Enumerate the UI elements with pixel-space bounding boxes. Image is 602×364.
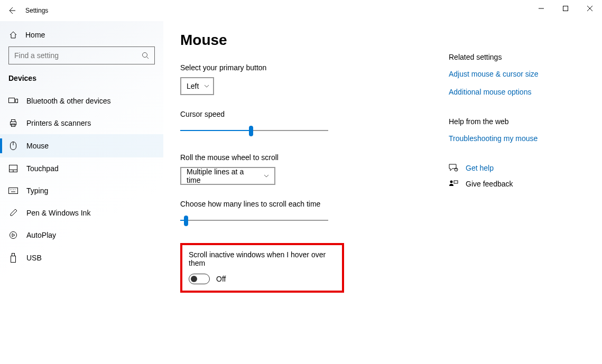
lines-scroll-slider[interactable] — [180, 213, 328, 228]
svg-rect-29 — [454, 181, 458, 183]
lines-scroll-setting: Choose how many lines to scroll each tim… — [180, 200, 449, 228]
search-input[interactable] — [14, 51, 131, 60]
keyboard-icon — [8, 188, 18, 194]
wheel-scroll-setting: Roll the mouse wheel to scroll Multiple … — [180, 153, 449, 185]
usb-icon — [8, 253, 18, 263]
svg-rect-17 — [9, 188, 18, 194]
primary-button-select[interactable]: Left — [180, 77, 214, 95]
chevron-down-icon — [204, 85, 209, 88]
titlebar: Settings — [0, 0, 602, 21]
toggle-state: Off — [216, 275, 226, 283]
get-help-link[interactable]: ? Get help — [449, 164, 581, 172]
feedback-icon — [449, 180, 458, 188]
setting-label: Select your primary button — [180, 63, 449, 72]
svg-text:?: ? — [456, 168, 457, 171]
minimize-button[interactable] — [529, 0, 553, 17]
setting-label: Cursor speed — [180, 110, 449, 118]
help-heading: Help from the web — [449, 117, 581, 126]
chevron-down-icon — [264, 174, 269, 178]
close-button[interactable] — [578, 0, 602, 17]
search-icon — [142, 52, 149, 59]
sidebar: Home Devices Bluetooth & other devices P… — [0, 21, 163, 364]
sidebar-item-mouse[interactable]: Mouse — [0, 134, 163, 157]
wheel-scroll-select[interactable]: Multiple lines at a time — [180, 167, 275, 185]
setting-label: Roll the mouse wheel to scroll — [180, 153, 449, 162]
window-controls — [529, 0, 602, 17]
cursor-speed-setting: Cursor speed — [180, 110, 449, 138]
svg-rect-25 — [11, 256, 16, 263]
sidebar-item-typing[interactable]: Typing — [0, 180, 163, 202]
svg-point-5 — [143, 53, 147, 58]
link-label: Give feedback — [466, 180, 513, 188]
svg-rect-2 — [563, 6, 568, 11]
maximize-icon — [563, 6, 568, 11]
svg-line-6 — [147, 57, 149, 59]
pen-icon — [8, 209, 18, 217]
sidebar-item-autoplay[interactable]: AutoPlay — [0, 224, 163, 246]
home-label: Home — [25, 31, 45, 39]
svg-rect-10 — [12, 120, 15, 122]
autoplay-icon — [8, 231, 18, 239]
chat-icon: ? — [449, 164, 458, 172]
back-button[interactable] — [0, 0, 23, 21]
sidebar-item-bluetooth[interactable]: Bluetooth & other devices — [0, 90, 163, 112]
arrow-left-icon — [7, 6, 16, 15]
svg-point-28 — [450, 181, 453, 183]
window-title: Settings — [25, 7, 48, 14]
sidebar-item-label: Bluetooth & other devices — [26, 97, 111, 105]
sidebar-item-touchpad[interactable]: Touchpad — [0, 157, 163, 180]
primary-button-setting: Select your primary button Left — [180, 63, 449, 95]
sidebar-item-label: Pen & Windows Ink — [26, 209, 90, 217]
link-additional-options[interactable]: Additional mouse options — [449, 88, 581, 96]
home-icon — [8, 31, 18, 39]
setting-label: Scroll inactive windows when I hover ove… — [189, 250, 336, 267]
minimize-icon — [539, 6, 544, 11]
link-troubleshoot[interactable]: Troubleshooting my mouse — [449, 134, 581, 143]
svg-rect-24 — [12, 254, 15, 256]
page-title: Mouse — [180, 32, 449, 49]
touchpad-icon — [8, 165, 18, 172]
sidebar-item-label: USB — [26, 254, 42, 262]
cursor-speed-slider[interactable] — [180, 124, 328, 138]
select-value: Multiple lines at a time — [187, 167, 258, 184]
sidebar-item-label: Printers & scanners — [26, 119, 91, 127]
slider-thumb[interactable] — [249, 126, 253, 136]
svg-rect-7 — [9, 98, 15, 103]
inactive-scroll-toggle[interactable] — [189, 274, 210, 284]
give-feedback-link[interactable]: Give feedback — [449, 180, 581, 188]
link-adjust-mouse[interactable]: Adjust mouse & cursor size — [449, 70, 581, 78]
group-heading: Devices — [0, 74, 163, 90]
svg-rect-8 — [16, 99, 18, 103]
sidebar-item-pen[interactable]: Pen & Windows Ink — [0, 202, 163, 224]
svg-point-23 — [10, 232, 17, 239]
select-value: Left — [187, 82, 199, 90]
setting-label: Choose how many lines to scroll each tim… — [180, 200, 449, 208]
maximize-button[interactable] — [553, 0, 578, 17]
link-label: Get help — [466, 164, 494, 172]
related-heading: Related settings — [449, 53, 581, 61]
right-pane: Related settings Adjust mouse & cursor s… — [449, 21, 602, 364]
search-box[interactable] — [8, 46, 155, 64]
content-area: Mouse Select your primary button Left Cu… — [163, 21, 449, 364]
mouse-icon — [8, 141, 18, 151]
printer-icon — [8, 119, 18, 127]
highlight-box: Scroll inactive windows when I hover ove… — [180, 243, 344, 293]
sidebar-item-usb[interactable]: USB — [0, 246, 163, 269]
close-icon — [587, 6, 592, 11]
slider-thumb[interactable] — [184, 216, 188, 226]
sidebar-item-label: Typing — [26, 186, 48, 195]
devices-icon — [8, 97, 18, 105]
sidebar-item-label: Touchpad — [26, 164, 59, 173]
home-link[interactable]: Home — [0, 26, 163, 46]
sidebar-item-label: AutoPlay — [26, 231, 56, 239]
toggle-knob — [191, 276, 197, 282]
sidebar-item-label: Mouse — [26, 142, 49, 150]
sidebar-item-printers[interactable]: Printers & scanners — [0, 112, 163, 134]
